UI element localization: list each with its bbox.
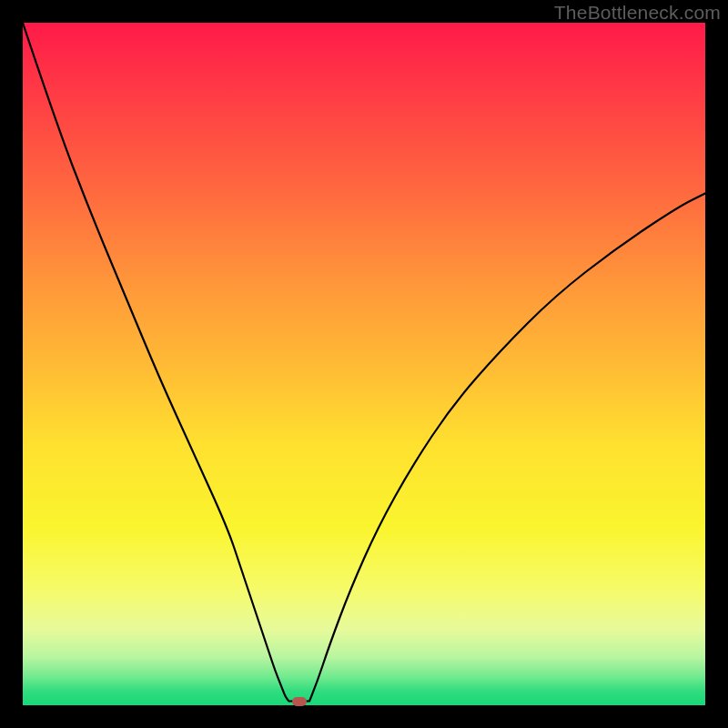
chart-container: TheBottleneck.com bbox=[0, 0, 728, 728]
min-marker bbox=[292, 697, 307, 706]
plot-area bbox=[23, 23, 705, 705]
bottleneck-curve bbox=[23, 23, 705, 702]
curve-layer bbox=[23, 23, 705, 705]
watermark-text: TheBottleneck.com bbox=[554, 2, 721, 24]
